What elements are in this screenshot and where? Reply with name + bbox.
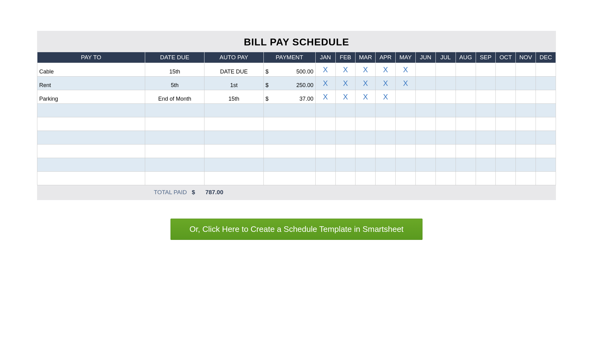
cell-payment[interactable] <box>263 104 315 117</box>
cell-month[interactable] <box>355 158 376 172</box>
cell-month[interactable] <box>376 117 396 131</box>
cell-month[interactable] <box>435 77 456 90</box>
cell-month[interactable] <box>335 158 355 172</box>
cell-month[interactable] <box>315 117 335 131</box>
cell-month[interactable] <box>456 131 476 144</box>
cell-datedue[interactable]: 15th <box>145 63 204 77</box>
cell-payment[interactable]: $500.00 <box>263 63 315 77</box>
cell-autopay[interactable] <box>204 172 263 185</box>
cell-month[interactable] <box>396 117 416 131</box>
cell-payment[interactable]: $250.00 <box>263 77 315 90</box>
cell-month[interactable]: X <box>376 90 396 104</box>
cell-month[interactable] <box>415 90 435 104</box>
cell-month[interactable] <box>335 117 355 131</box>
cell-payto[interactable] <box>37 131 145 144</box>
cell-month[interactable] <box>315 144 335 158</box>
cell-month[interactable] <box>476 63 496 77</box>
cell-payto[interactable] <box>37 172 145 185</box>
cell-month[interactable] <box>355 131 376 144</box>
cell-month[interactable] <box>435 144 456 158</box>
cell-month[interactable] <box>355 144 376 158</box>
cell-payment[interactable] <box>263 172 315 185</box>
cell-payment[interactable] <box>263 131 315 144</box>
cell-month[interactable]: X <box>376 77 396 90</box>
cell-month[interactable] <box>476 172 496 185</box>
cell-month[interactable] <box>315 158 335 172</box>
cell-month[interactable] <box>516 172 536 185</box>
cell-month[interactable]: X <box>396 77 416 90</box>
cell-month[interactable] <box>376 104 396 117</box>
cell-autopay[interactable] <box>204 117 263 131</box>
cell-month[interactable] <box>396 104 416 117</box>
cell-payto[interactable]: Parking <box>37 90 145 104</box>
cell-month[interactable] <box>456 117 476 131</box>
cell-month[interactable] <box>536 77 556 90</box>
cell-payment[interactable] <box>263 158 315 172</box>
cell-payto[interactable]: Rent <box>37 77 145 90</box>
cell-month[interactable] <box>536 63 556 77</box>
cell-datedue[interactable] <box>145 117 204 131</box>
cell-month[interactable] <box>476 90 496 104</box>
cell-month[interactable]: X <box>315 77 335 90</box>
cell-month[interactable] <box>376 158 396 172</box>
cell-month[interactable] <box>476 117 496 131</box>
cell-month[interactable] <box>536 131 556 144</box>
cell-month[interactable] <box>435 104 456 117</box>
cell-autopay[interactable]: 1st <box>204 77 263 90</box>
cell-month[interactable] <box>435 158 456 172</box>
cell-month[interactable] <box>516 144 536 158</box>
cell-month[interactable] <box>435 172 456 185</box>
cell-month[interactable] <box>415 144 435 158</box>
cell-month[interactable]: X <box>355 77 376 90</box>
cell-payto[interactable]: Cable <box>37 63 145 77</box>
cell-month[interactable]: X <box>376 63 396 77</box>
cell-month[interactable] <box>536 158 556 172</box>
cell-autopay[interactable] <box>204 158 263 172</box>
cell-month[interactable] <box>456 158 476 172</box>
cell-month[interactable] <box>476 144 496 158</box>
cell-datedue[interactable] <box>145 131 204 144</box>
cell-month[interactable] <box>496 144 516 158</box>
cell-month[interactable] <box>496 63 516 77</box>
cell-month[interactable] <box>516 117 536 131</box>
cell-month[interactable]: X <box>335 63 355 77</box>
cell-datedue[interactable]: 5th <box>145 77 204 90</box>
cell-month[interactable] <box>376 144 396 158</box>
cell-month[interactable] <box>516 104 536 117</box>
cell-autopay[interactable] <box>204 144 263 158</box>
cell-month[interactable] <box>476 104 496 117</box>
cell-payto[interactable] <box>37 104 145 117</box>
cell-month[interactable] <box>435 90 456 104</box>
cell-month[interactable] <box>456 104 476 117</box>
cell-datedue[interactable] <box>145 144 204 158</box>
cell-month[interactable] <box>516 77 536 90</box>
cell-month[interactable] <box>435 117 456 131</box>
cell-month[interactable] <box>476 158 496 172</box>
cell-payto[interactable] <box>37 144 145 158</box>
cell-month[interactable] <box>355 104 376 117</box>
cell-datedue[interactable] <box>145 104 204 117</box>
cell-month[interactable] <box>396 144 416 158</box>
cell-month[interactable]: X <box>355 90 376 104</box>
cell-payto[interactable] <box>37 117 145 131</box>
cell-month[interactable] <box>516 158 536 172</box>
cell-month[interactable] <box>456 90 476 104</box>
cell-month[interactable] <box>456 144 476 158</box>
cell-payment[interactable] <box>263 117 315 131</box>
cell-payto[interactable] <box>37 158 145 172</box>
cell-month[interactable] <box>435 131 456 144</box>
cell-month[interactable] <box>355 172 376 185</box>
cell-month[interactable] <box>496 90 516 104</box>
cell-autopay[interactable]: DATE DUE <box>204 63 263 77</box>
cell-month[interactable] <box>396 90 416 104</box>
cell-month[interactable] <box>496 77 516 90</box>
cell-month[interactable]: X <box>315 90 335 104</box>
cell-month[interactable] <box>415 158 435 172</box>
cell-month[interactable] <box>355 117 376 131</box>
cell-month[interactable] <box>516 63 536 77</box>
cell-month[interactable] <box>456 77 476 90</box>
cell-month[interactable] <box>536 117 556 131</box>
cell-autopay[interactable] <box>204 104 263 117</box>
cell-month[interactable] <box>476 77 496 90</box>
cell-month[interactable] <box>496 172 516 185</box>
